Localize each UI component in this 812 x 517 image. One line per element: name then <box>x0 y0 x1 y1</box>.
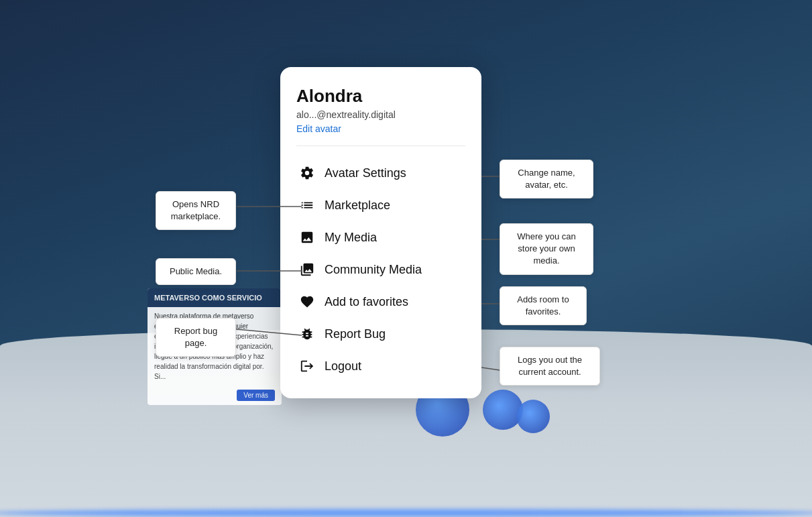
tooltip-opens-nrd: Opens NRD marketplace. <box>156 191 236 230</box>
tooltip-add-fav-text: Adds room to favorites. <box>517 294 569 317</box>
menu-item-add-favorites[interactable]: Add to favorites <box>296 286 465 318</box>
list-icon <box>299 197 315 213</box>
menu-item-avatar-settings[interactable]: Avatar Settings <box>296 157 465 189</box>
divider <box>296 146 465 146</box>
tooltip-change-name-text: Change name, avatar, etc. <box>518 168 575 190</box>
report-bug-label: Report Bug <box>325 327 386 341</box>
tooltip-logout-text: Logs you out the current account. <box>518 355 582 377</box>
tooltip-public-media: Public Media. <box>156 258 236 285</box>
community-media-label: Community Media <box>325 263 422 277</box>
edit-avatar-link[interactable]: Edit avatar <box>296 123 341 134</box>
tooltip-logout: Logs you out the current account. <box>500 347 600 386</box>
logout-icon <box>299 358 315 374</box>
scene-title: METAVERSO COMO SERVICIO <box>154 294 262 302</box>
marketplace-label: Marketplace <box>325 198 390 213</box>
gear-icon <box>299 165 315 181</box>
user-name: Alondra <box>296 86 465 107</box>
blue-orb-far <box>516 400 550 433</box>
tooltip-store-media-text: Where you can store your own media. <box>517 231 575 266</box>
tooltip-add-favorites: Adds room to favorites. <box>500 286 587 325</box>
menu-item-my-media[interactable]: My Media <box>296 221 465 253</box>
user-email: alo...@nextreality.digital <box>296 109 465 120</box>
tooltip-report-bug: Report bug page. <box>156 318 236 357</box>
tooltip-opens-nrd-text: Opens NRD marketplace. <box>171 199 221 221</box>
menu-item-marketplace[interactable]: Marketplace <box>296 189 465 221</box>
tooltip-change-name: Change name, avatar, etc. <box>500 160 593 198</box>
menu-panel: Alondra alo...@nextreality.digital Edit … <box>280 67 481 398</box>
scene-ver-mas-button[interactable]: Ver más <box>237 390 275 401</box>
tooltip-store-media: Where you can store your own media. <box>500 223 593 275</box>
tooltip-public-media-text: Public Media. <box>170 266 222 276</box>
logout-label: Logout <box>325 359 361 374</box>
my-media-label: My Media <box>325 231 377 245</box>
tooltip-report-bug-text: Report bug page. <box>174 326 217 348</box>
scene-panel-footer: Ver más <box>148 386 282 405</box>
menu-item-logout[interactable]: Logout <box>296 350 465 382</box>
bug-icon <box>299 326 315 342</box>
heart-icon <box>299 294 315 310</box>
avatar-settings-label: Avatar Settings <box>325 166 406 180</box>
add-favorites-label: Add to favorites <box>325 295 408 309</box>
scene-panel-header: METAVERSO COMO SERVICIO <box>148 288 282 307</box>
menu-item-community-media[interactable]: Community Media <box>296 253 465 286</box>
community-image-icon <box>299 262 315 278</box>
menu-item-report-bug[interactable]: Report Bug <box>296 318 465 350</box>
user-info: Alondra alo...@nextreality.digital Edit … <box>296 86 465 135</box>
image-icon <box>299 229 315 245</box>
